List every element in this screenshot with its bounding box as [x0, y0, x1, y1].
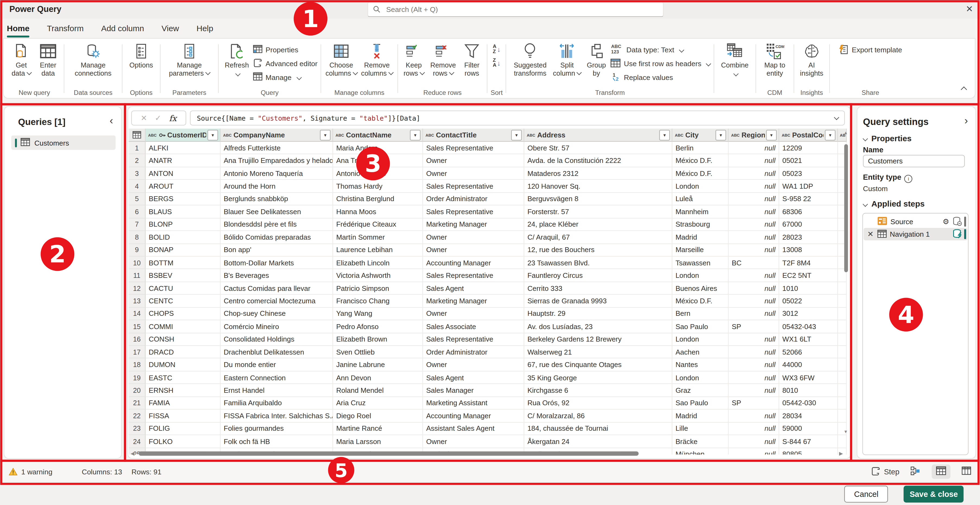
grid-cell[interactable]: null	[729, 193, 779, 205]
ai-insights-button[interactable]: AI insights	[797, 41, 826, 77]
grid-cell[interactable]: Blondesddsl père et fils	[221, 218, 333, 231]
grid-cell[interactable]: CACTU	[146, 282, 221, 295]
grid-cell[interactable]: Thomas Hardy	[333, 180, 423, 193]
grid-cell[interactable]: 59000	[779, 422, 838, 435]
grid-cell[interactable]: WX3 6FW	[779, 372, 838, 384]
grid-cell[interactable]: Du monde entier	[221, 359, 333, 372]
grid-cell[interactable]: Comércio Mineiro	[221, 321, 333, 333]
search-box[interactable]	[368, 2, 664, 17]
grid-cell[interactable]: Owner	[423, 167, 524, 180]
grid-cell[interactable]: Roland Mendel	[333, 384, 423, 397]
grid-cell[interactable]: SP	[729, 397, 779, 410]
row-number[interactable]: 7	[129, 218, 146, 231]
manage-query-button[interactable]: Manage	[253, 72, 318, 83]
column-header-Address[interactable]: ABC Address ▼	[524, 129, 672, 141]
tab-help[interactable]: Help	[196, 23, 214, 33]
grid-cell[interactable]: 35 King George	[524, 372, 672, 384]
step-navigation-1[interactable]: ✕ Navigation 1	[864, 228, 967, 240]
column-filter-button[interactable]: ▼	[659, 130, 670, 140]
grid-cell[interactable]: London	[672, 180, 729, 193]
query-list-item-customers[interactable]: Customers	[11, 135, 116, 150]
grid-cell[interactable]: Bräcke	[672, 435, 729, 448]
grid-cell[interactable]: Sales Agent	[423, 372, 524, 384]
column-header-City[interactable]: ABC City ▼	[672, 129, 729, 141]
grid-cell[interactable]: Lille	[672, 422, 729, 435]
grid-cell[interactable]: Sales Representative	[423, 142, 524, 154]
grid-cell[interactable]: ALFKI	[146, 142, 221, 154]
grid-cell[interactable]: Elizabeth Brown	[333, 333, 423, 346]
row-number[interactable]: 24	[129, 435, 146, 448]
grid-cell[interactable]: Diego Roel	[333, 410, 423, 422]
grid-cell[interactable]: Hanna Moos	[333, 205, 423, 218]
grid-cell[interactable]: Sales Manager	[423, 384, 524, 397]
grid-cell[interactable]: Buenos Aires	[672, 282, 729, 295]
tab-transform[interactable]: Transform	[46, 23, 84, 33]
grid-cell[interactable]: Berglunds snabbköp	[221, 193, 333, 205]
grid-cell[interactable]: CENTC	[146, 295, 221, 308]
row-number[interactable]: 15	[129, 321, 146, 333]
cancel-button[interactable]: Cancel	[845, 486, 888, 503]
grid-cell[interactable]: Owner	[423, 244, 524, 256]
grid-cell[interactable]: Maria Larsson	[333, 435, 423, 448]
grid-cell[interactable]: S-958 22	[779, 193, 838, 205]
close-icon[interactable]: ✕	[966, 2, 973, 15]
grid-cell[interactable]: Ana Trujillo	[333, 154, 423, 167]
dependency-view-button[interactable]	[910, 466, 921, 477]
column-filter-button[interactable]: ▼	[825, 130, 835, 140]
grid-cell[interactable]: 1010	[779, 282, 838, 295]
row-number[interactable]: 17	[129, 346, 146, 359]
grid-cell[interactable]: null	[729, 180, 779, 193]
row-number[interactable]: 13	[129, 295, 146, 308]
choose-columns-button[interactable]: Choose columns	[325, 41, 358, 77]
refresh-button[interactable]: Refresh	[222, 41, 252, 75]
tab-view[interactable]: View	[161, 23, 180, 33]
grid-cell[interactable]: FISSA Fabrica Inter. Salchichas S.A.	[221, 410, 333, 422]
grid-cell[interactable]: FAMIA	[146, 397, 221, 410]
grid-cell[interactable]: T2F 8M4	[779, 256, 838, 269]
grid-cell[interactable]: Janine Labrune	[333, 359, 423, 372]
grid-cell[interactable]: EC2 5NT	[779, 270, 838, 282]
get-data-button[interactable]: Get data	[8, 41, 35, 77]
step-view-button[interactable]: Step	[871, 466, 899, 477]
grid-cell[interactable]: Cerrito 333	[524, 282, 672, 295]
grid-cell[interactable]: Sao Paulo	[672, 321, 729, 333]
grid-cell[interactable]: Berkeley Gardens 12 Brewery	[524, 333, 672, 346]
grid-cell[interactable]: null	[729, 384, 779, 397]
grid-cell[interactable]: Marketing Manager	[423, 218, 524, 231]
grid-cell[interactable]: Chop-suey Chinese	[221, 308, 333, 321]
suggested-transforms-button[interactable]: Suggested transforms	[509, 41, 550, 77]
grid-cell[interactable]: null	[729, 435, 779, 448]
scroll-left-icon[interactable]: ◀	[130, 451, 134, 456]
grid-cell[interactable]: null	[729, 422, 779, 435]
grid-cell[interactable]: null	[729, 270, 779, 282]
grid-cell[interactable]: London	[672, 333, 729, 346]
row-number[interactable]: 10	[129, 256, 146, 269]
split-column-button[interactable]: Split column	[552, 41, 582, 77]
grid-cell[interactable]: Order Administrator	[423, 346, 524, 359]
row-number[interactable]: 22	[129, 410, 146, 422]
column-filter-button[interactable]: ▼	[716, 130, 726, 140]
grid-cell[interactable]: Antonio Moreno Taquería	[221, 167, 333, 180]
grid-cell[interactable]: null	[729, 346, 779, 359]
grid-cell[interactable]: Strasbourg	[672, 218, 729, 231]
grid-cell[interactable]: 05442-030	[779, 397, 838, 410]
grid-cell[interactable]: Owner	[423, 154, 524, 167]
grid-cell[interactable]: Owner	[423, 308, 524, 321]
horizontal-scrollbar[interactable]: ◀ ▶	[130, 451, 843, 456]
manage-parameters-button[interactable]: Manage parameters	[164, 41, 215, 77]
grid-cell[interactable]: Fauntleroy Circus	[524, 270, 672, 282]
grid-cell[interactable]: CHOPS	[146, 308, 221, 321]
tab-home[interactable]: Home	[6, 23, 30, 33]
row-number[interactable]: 19	[129, 372, 146, 384]
data-type-button[interactable]: ABC123Data type: Text	[611, 44, 710, 55]
scroll-up-icon[interactable]: ▲	[843, 130, 848, 135]
row-number[interactable]: 12	[129, 282, 146, 295]
grid-cell[interactable]: DRACD	[146, 346, 221, 359]
grid-cell[interactable]: null	[729, 282, 779, 295]
grid-cell[interactable]: Mataderos 2312	[524, 167, 672, 180]
grid-cell[interactable]: Ernst Handel	[221, 384, 333, 397]
row-number[interactable]: 9	[129, 244, 146, 256]
map-to-entity-button[interactable]: CDM Map to entity	[759, 41, 791, 77]
grid-cell[interactable]: null	[729, 142, 779, 154]
grid-cell[interactable]: Rua Orós, 92	[524, 397, 672, 410]
